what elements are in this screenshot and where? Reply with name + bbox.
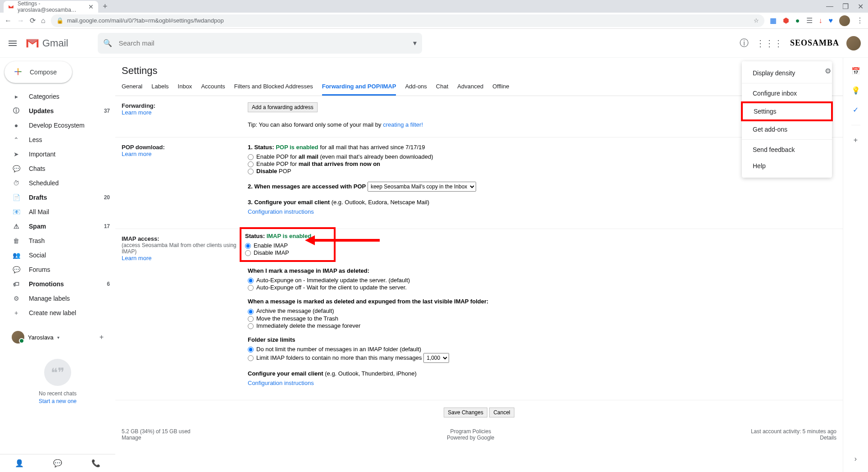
- ext-icon-6[interactable]: ♥: [829, 17, 833, 25]
- start-chat-link[interactable]: Start a new one: [39, 398, 77, 404]
- sidebar-item-drafts[interactable]: 📄Drafts20: [0, 190, 115, 205]
- manage-link[interactable]: Manage: [122, 435, 141, 441]
- tasks-icon[interactable]: ✓: [853, 105, 859, 114]
- tab-general[interactable]: General: [122, 83, 142, 96]
- expunge-off-radio[interactable]: Auto-Expunge off - Wait for the client t…: [248, 284, 836, 291]
- sidebar-item-scheduled[interactable]: ⏱Scheduled: [0, 176, 115, 190]
- tab-filters[interactable]: Filters and Blocked Addresses: [234, 83, 313, 96]
- sidebar-item-less[interactable]: ⌃Less: [0, 133, 115, 147]
- hangouts-contacts-icon[interactable]: 👤: [15, 459, 24, 467]
- ext-icon-1[interactable]: ▦: [770, 16, 777, 25]
- settings-gear-icon[interactable]: ⚙: [825, 67, 836, 78]
- menu-get-addons[interactable]: Get add-ons: [742, 121, 832, 137]
- hangouts-phone-icon[interactable]: 📞: [91, 459, 100, 467]
- tab-inbox[interactable]: Inbox: [178, 83, 192, 96]
- sidebar-item-manage-labels[interactable]: ⚙Manage labels: [0, 291, 115, 306]
- tab-close-icon[interactable]: ✕: [88, 3, 94, 10]
- archive-radio[interactable]: Archive the message (default): [248, 307, 836, 314]
- sidebar-item-develop[interactable]: ●Develop Ecosystem: [0, 118, 115, 133]
- close-window-icon[interactable]: ✕: [858, 2, 863, 11]
- sidebar-item-allmail[interactable]: 📧All Mail: [0, 205, 115, 219]
- calendar-icon[interactable]: 📅: [851, 67, 860, 75]
- folder-limit-select[interactable]: 1,000: [423, 353, 449, 363]
- create-filter-link[interactable]: creating a filter!: [383, 121, 423, 128]
- hangouts-chat-icon[interactable]: 💬: [53, 459, 62, 467]
- compose-button[interactable]: Compose: [5, 61, 72, 83]
- ext-icon-3[interactable]: ●: [795, 17, 800, 25]
- cancel-button[interactable]: Cancel: [489, 408, 514, 417]
- imap-disable-radio[interactable]: Disable IMAP: [245, 249, 311, 256]
- new-tab-button[interactable]: +: [103, 2, 108, 11]
- home-button[interactable]: ⌂: [41, 17, 45, 25]
- sidebar-item-spam[interactable]: ⚠Spam17: [0, 219, 115, 234]
- sidebar-item-promotions[interactable]: 🏷Promotions6: [0, 277, 115, 291]
- forwarding-learn-link[interactable]: Learn more: [122, 109, 151, 116]
- ext-icon-4[interactable]: ☰: [806, 16, 813, 25]
- apps-icon[interactable]: ⋮⋮⋮: [756, 38, 783, 49]
- sidebar-item-social[interactable]: 👥Social: [0, 248, 115, 262]
- forward-button[interactable]: →: [17, 17, 24, 25]
- menu-display-density[interactable]: Display density: [742, 65, 832, 81]
- tab-chat[interactable]: Chat: [436, 83, 448, 96]
- sidebar-item-create-label[interactable]: +Create new label: [0, 306, 115, 320]
- main-menu-icon[interactable]: [7, 38, 18, 49]
- menu-send-feedback[interactable]: Send feedback: [742, 142, 832, 158]
- minimize-icon[interactable]: —: [826, 2, 833, 11]
- gmail-logo[interactable]: Gmail: [25, 37, 68, 49]
- extension-icons: ▦ ⬢ ● ☰ ↓ ♥ ⋮: [770, 15, 863, 26]
- add-hangout-icon[interactable]: +: [100, 333, 104, 341]
- menu-configure-inbox[interactable]: Configure inbox: [742, 85, 832, 101]
- reload-button[interactable]: ⟳: [30, 16, 36, 25]
- browser-menu-icon[interactable]: ⋮: [856, 16, 863, 25]
- activity-text: Last account activity: 5 minutes ago: [751, 428, 836, 435]
- imap-enable-radio[interactable]: Enable IMAP: [245, 242, 311, 249]
- expunge-on-radio[interactable]: Auto-Expunge on - Immediately update the…: [248, 277, 836, 284]
- hangouts-user[interactable]: Yaroslava ▾ +: [7, 329, 108, 345]
- no-limit-radio[interactable]: Do not limit the number of messages in a…: [248, 346, 836, 353]
- menu-settings[interactable]: Settings: [741, 101, 833, 121]
- add-sidepanel-icon[interactable]: +: [854, 136, 858, 144]
- sidebar-item-trash[interactable]: 🗑Trash: [0, 234, 115, 248]
- tab-forwarding[interactable]: Forwarding and POP/IMAP: [322, 83, 396, 96]
- browser-tab[interactable]: Settings - yaroslava@seosamba… ✕: [4, 1, 98, 13]
- sidebar-item-forums[interactable]: 💬Forums: [0, 262, 115, 277]
- limit-radio[interactable]: Limit IMAP folders to contain no more th…: [248, 353, 836, 363]
- search-input[interactable]: [118, 39, 413, 47]
- tab-advanced[interactable]: Advanced: [457, 83, 483, 96]
- support-icon[interactable]: ⓘ: [740, 37, 749, 49]
- profile-avatar-icon[interactable]: [839, 15, 850, 26]
- add-forwarding-button[interactable]: Add a forwarding address: [248, 102, 318, 112]
- star-icon[interactable]: ☆: [754, 17, 759, 24]
- pop-access-select[interactable]: keep Seosamba Mail's copy in the Inbox: [368, 182, 476, 192]
- sidebar-item-important[interactable]: ➤Important: [0, 147, 115, 161]
- back-button[interactable]: ←: [5, 17, 12, 25]
- ext-icon-2[interactable]: ⬢: [783, 16, 789, 25]
- imap-config-link[interactable]: Configuration instructions: [248, 380, 314, 386]
- move-trash-radio[interactable]: Move the message to the Trash: [248, 315, 836, 322]
- delete-forever-radio[interactable]: Immediately delete the message forever: [248, 322, 836, 329]
- tab-addons[interactable]: Add-ons: [405, 83, 427, 96]
- search-icon[interactable]: 🔍: [103, 39, 112, 47]
- save-button[interactable]: Save Changes: [444, 408, 487, 417]
- ext-icon-5[interactable]: ↓: [819, 17, 823, 25]
- account-avatar[interactable]: [846, 36, 861, 50]
- tab-labels[interactable]: Labels: [151, 83, 168, 96]
- collapse-panel-icon[interactable]: ›: [854, 455, 857, 463]
- pop-learn-link[interactable]: Learn more: [122, 151, 151, 157]
- tab-accounts[interactable]: Accounts: [201, 83, 225, 96]
- search-options-icon[interactable]: ▾: [413, 39, 417, 47]
- pop-config-link[interactable]: Configuration instructions: [248, 208, 314, 215]
- keep-icon[interactable]: 💡: [851, 86, 860, 95]
- menu-help[interactable]: Help: [742, 158, 832, 174]
- sidebar-item-updates[interactable]: ⓘUpdates37: [0, 104, 115, 118]
- imap-learn-link[interactable]: Learn more: [122, 255, 151, 261]
- sidebar-item-chats[interactable]: 💬Chats: [0, 161, 115, 176]
- maximize-icon[interactable]: ❐: [842, 2, 849, 11]
- address-bar[interactable]: 🔒 mail.google.com/mail/u/0/?tab=rm&ogbl#…: [51, 14, 764, 27]
- details-link[interactable]: Details: [820, 435, 836, 441]
- sidebar-item-categories[interactable]: ▸Categories: [0, 89, 115, 104]
- tab-offline[interactable]: Offline: [492, 83, 509, 96]
- chevron-down-icon[interactable]: ▾: [57, 335, 59, 340]
- policies-link[interactable]: Program Policies: [450, 428, 491, 435]
- search-bar[interactable]: 🔍 ▾: [98, 33, 422, 54]
